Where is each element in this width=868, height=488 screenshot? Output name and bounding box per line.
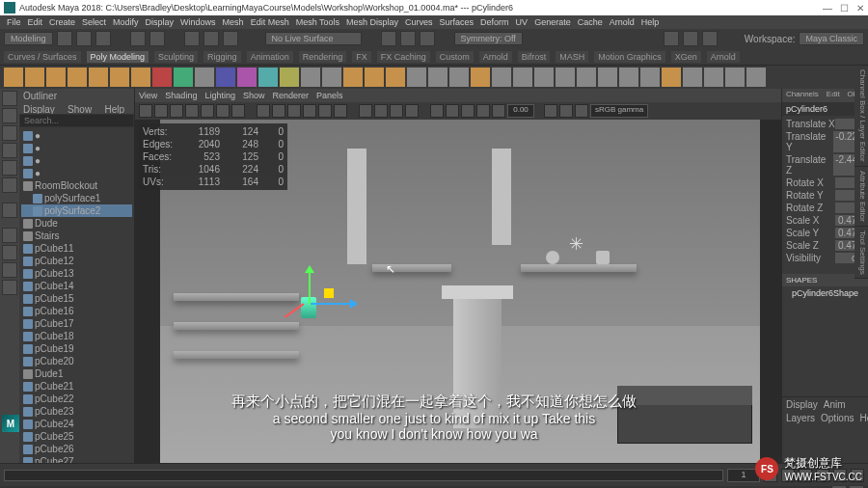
shape-name[interactable]: pCylinder6Shape: [782, 286, 868, 300]
gizmo-x-axis[interactable]: [309, 303, 357, 305]
menu-mesh-display[interactable]: Mesh Display: [343, 17, 401, 27]
shelf-icon-0[interactable]: [4, 68, 23, 87]
vp-tool-2[interactable]: [170, 104, 183, 118]
layer-menu-help[interactable]: Help: [859, 413, 868, 423]
menuset-dropdown[interactable]: Modeling: [4, 32, 53, 45]
vp-tool-4[interactable]: [201, 104, 214, 118]
save-scene-icon[interactable]: [95, 31, 111, 46]
vp-tool-14[interactable]: [374, 104, 388, 118]
workspace-dropdown[interactable]: Maya Classic: [799, 32, 864, 45]
shelf-tab-4[interactable]: Animation: [247, 51, 293, 63]
redo-icon[interactable]: [149, 31, 165, 46]
menu-create[interactable]: Create: [46, 17, 78, 27]
shelf-icon-12[interactable]: [258, 68, 278, 87]
menu-mesh-tools[interactable]: Mesh Tools: [293, 17, 342, 27]
outliner-item-0[interactable]: ●: [21, 129, 132, 142]
vp-menu-view[interactable]: View: [139, 91, 157, 100]
snap-grid-icon[interactable]: [381, 31, 396, 46]
open-scene-icon[interactable]: [76, 31, 92, 46]
vp-tool-11[interactable]: [318, 104, 332, 118]
render-settings-icon[interactable]: [702, 31, 718, 46]
shelf-tab-11[interactable]: MASH: [556, 51, 588, 63]
shelf-icon-34[interactable]: [725, 68, 745, 87]
snap-curve-icon[interactable]: [400, 31, 416, 46]
cb-tab-channels[interactable]: Channels: [782, 89, 823, 102]
vp-tool-7[interactable]: [257, 104, 270, 118]
outliner-item-11[interactable]: pCube13: [21, 267, 132, 280]
exposure-field[interactable]: 0.00: [507, 104, 534, 118]
cb-tab-edit[interactable]: Edit: [823, 89, 844, 102]
outliner-search-input[interactable]: [20, 115, 133, 126]
lasso-icon[interactable]: [203, 31, 219, 46]
rotate-tool[interactable]: [2, 160, 17, 176]
layout2[interactable]: [2, 245, 17, 260]
shelf-icon-31[interactable]: [662, 68, 681, 87]
gamma-dropdown[interactable]: sRGB gamma: [590, 104, 648, 118]
vp-tool-18[interactable]: [446, 104, 459, 118]
outliner-item-2[interactable]: ●: [21, 154, 132, 167]
shelf-icon-9[interactable]: [195, 68, 214, 87]
outliner-item-6[interactable]: polySurface2: [21, 204, 132, 217]
vp-tool-b0[interactable]: [544, 104, 557, 118]
select-mode-icon[interactable]: [184, 31, 200, 46]
outliner-item-9[interactable]: pCube11: [21, 242, 132, 255]
outliner-menu-help[interactable]: Help: [104, 104, 124, 112]
outliner-item-26[interactable]: pCube27: [21, 455, 132, 463]
vp-tool-3[interactable]: [185, 104, 199, 118]
shelf-icon-14[interactable]: [301, 68, 320, 87]
vp-tool-1[interactable]: [154, 104, 168, 118]
vp-tool-12[interactable]: [334, 104, 347, 118]
shelf-icon-6[interactable]: [131, 68, 150, 87]
vp-menu-renderer[interactable]: Renderer: [272, 91, 309, 100]
move-gizmo[interactable]: [289, 274, 347, 332]
shelf-icon-5[interactable]: [110, 68, 129, 87]
shelf-icon-35[interactable]: [746, 68, 766, 87]
vp-tool-6[interactable]: [231, 104, 245, 118]
shelf-icon-27[interactable]: [577, 68, 596, 87]
shelf-icon-11[interactable]: [237, 68, 257, 87]
gizmo-xy-plane[interactable]: [324, 288, 334, 298]
shelf-icon-21[interactable]: [449, 68, 469, 87]
outliner-item-15[interactable]: pCube17: [21, 317, 132, 330]
vp-tool-13[interactable]: [359, 104, 372, 118]
vp-tool-10[interactable]: [303, 104, 316, 118]
vp-tool-8[interactable]: [272, 104, 285, 118]
shelf-tab-1[interactable]: Poly Modeling: [87, 51, 149, 63]
gizmo-y-axis[interactable]: [309, 266, 311, 305]
shelf-icon-17[interactable]: [365, 68, 384, 87]
layer-tab-display[interactable]: Display: [786, 399, 818, 410]
menu-edit-mesh[interactable]: Edit Mesh: [248, 17, 292, 27]
paint-tool[interactable]: [2, 125, 17, 141]
shelf-icon-13[interactable]: [280, 68, 299, 87]
right-tab[interactable]: Tool Settings: [854, 227, 868, 280]
shelf-icon-7[interactable]: [152, 68, 172, 87]
vp-tool-5[interactable]: [216, 104, 230, 118]
outliner-item-17[interactable]: pCube19: [21, 342, 132, 355]
shelf-icon-20[interactable]: [428, 68, 448, 87]
vp-tool-17[interactable]: [430, 104, 444, 118]
lasso-tool[interactable]: [2, 108, 17, 123]
timeline-slider[interactable]: [4, 470, 723, 481]
outliner-item-5[interactable]: polySurface1: [21, 192, 132, 204]
vp-menu-lighting[interactable]: Lighting: [204, 91, 235, 100]
vp-tool-b2[interactable]: [575, 104, 588, 118]
outliner-menu-display[interactable]: Display: [23, 104, 55, 112]
layout1[interactable]: [2, 228, 17, 243]
menu-modify[interactable]: Modify: [110, 17, 142, 27]
shelf-tab-10[interactable]: Bifrost: [518, 51, 551, 63]
menu-arnold[interactable]: Arnold: [607, 17, 637, 27]
shelf-icon-10[interactable]: [216, 68, 235, 87]
outliner-item-1[interactable]: ●: [21, 142, 132, 154]
render-icon[interactable]: [664, 31, 679, 46]
shelf-tab-12[interactable]: Motion Graphics: [594, 51, 665, 63]
outliner-item-20[interactable]: pCube21: [21, 380, 132, 393]
shelf-tab-8[interactable]: Custom: [436, 51, 474, 63]
shelf-icon-33[interactable]: [704, 68, 723, 87]
minimize-button[interactable]: —: [823, 3, 832, 14]
snap-point-icon[interactable]: [420, 31, 435, 46]
shelf-tab-5[interactable]: Rendering: [299, 51, 347, 63]
shelf-icon-3[interactable]: [68, 68, 87, 87]
outliner-item-3[interactable]: ●: [21, 167, 132, 179]
shelf-tab-14[interactable]: Arnold: [707, 51, 740, 63]
right-tab[interactable]: Attribute Editor: [854, 167, 868, 227]
